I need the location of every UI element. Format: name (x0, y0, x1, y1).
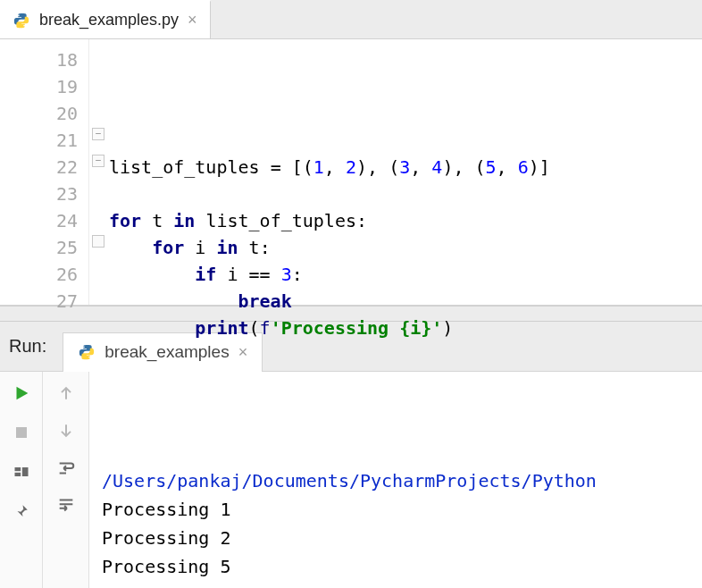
fold-gutter: − − (89, 39, 109, 305)
fold-toggle-icon[interactable]: − (92, 155, 104, 167)
fold-end-icon[interactable] (92, 235, 104, 248)
line-number: 24 (0, 207, 78, 234)
code-line: if i == 3: (109, 261, 702, 288)
python-file-icon (13, 12, 30, 29)
file-tab-active[interactable]: break_examples.py × (0, 0, 211, 38)
svg-point-3 (89, 357, 91, 358)
code-line (109, 127, 702, 154)
console-line: Processing 5 (102, 552, 697, 581)
editor-tabs-bar: break_examples.py × (0, 0, 702, 39)
run-toolbar-primary (0, 372, 43, 588)
svg-point-2 (83, 347, 85, 349)
console-line: Processing 1 (102, 495, 697, 524)
line-number: 26 (0, 261, 78, 288)
line-number: 19 (0, 73, 78, 100)
svg-rect-5 (14, 467, 21, 471)
close-icon[interactable]: × (188, 11, 197, 29)
run-panel-title: Run: (0, 336, 63, 357)
line-number-gutter: 18 19 20 21 22 23 24 25 26 27 (0, 39, 89, 305)
layout-icon[interactable] (11, 461, 32, 483)
line-number: 21 (0, 127, 78, 154)
code-line: for t in list_of_tuples: (109, 207, 702, 234)
line-number: 22 (0, 154, 78, 181)
code-line (109, 181, 702, 207)
svg-rect-6 (14, 473, 21, 476)
svg-point-1 (23, 24, 25, 26)
up-arrow-icon[interactable] (55, 382, 77, 404)
code-line (109, 341, 702, 368)
down-arrow-icon[interactable] (55, 420, 77, 441)
run-panel-body: /Users/pankaj/Documents/PycharmProjects/… (0, 372, 702, 588)
code-line: print(f'Processing {i}') (109, 315, 702, 341)
console-line: Processing 2 (102, 524, 697, 552)
code-area[interactable]: list_of_tuples = [(1, 2), (3, 4), (5, 6)… (109, 39, 702, 305)
line-number: 27 (0, 288, 78, 315)
code-line (109, 368, 702, 395)
svg-rect-7 (21, 467, 28, 476)
run-toolbar-secondary (43, 372, 89, 588)
line-number: 18 (0, 46, 78, 73)
code-line: list_of_tuples = [(1, 2), (3, 4), (5, 6)… (109, 154, 702, 181)
code-line: break (109, 288, 702, 315)
console-line: /Users/pankaj/Documents/PycharmProjects/… (102, 466, 697, 495)
file-tab-label: break_examples.py (39, 11, 179, 29)
console-line: Processing 6 (102, 581, 697, 588)
svg-point-0 (18, 14, 20, 16)
python-run-icon (78, 343, 96, 361)
svg-rect-4 (16, 427, 27, 438)
code-editor[interactable]: 18 19 20 21 22 23 24 25 26 27 − − list_o… (0, 39, 702, 306)
run-icon[interactable] (11, 382, 32, 404)
line-number: 25 (0, 234, 78, 261)
pin-icon[interactable] (11, 500, 32, 522)
soft-wrap-icon[interactable] (55, 458, 77, 479)
fold-toggle-icon[interactable]: − (92, 128, 104, 140)
line-number: 20 (0, 100, 78, 127)
stop-icon[interactable] (11, 422, 32, 443)
scroll-to-end-icon[interactable] (55, 495, 77, 517)
code-line: for i in t: (109, 234, 702, 261)
console-output[interactable]: /Users/pankaj/Documents/PycharmProjects/… (89, 372, 702, 588)
line-number: 23 (0, 181, 78, 207)
